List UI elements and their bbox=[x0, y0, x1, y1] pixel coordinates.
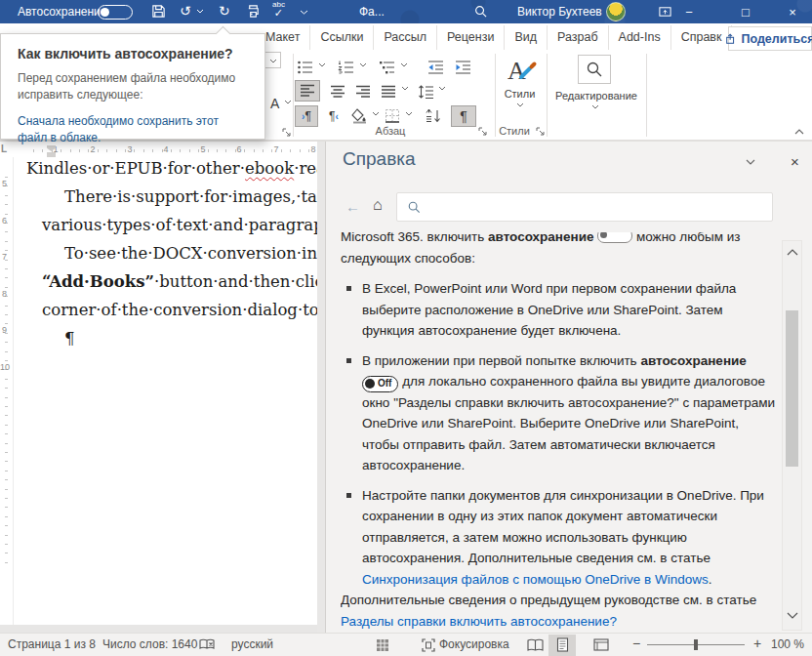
bulleted-list-icon[interactable] bbox=[297, 57, 313, 78]
multilevel-list-icon[interactable] bbox=[379, 57, 395, 78]
collapse-ribbon-icon[interactable] bbox=[794, 129, 804, 135]
minimize-button[interactable]: − bbox=[670, 0, 709, 23]
tab-developer[interactable]: Разраб bbox=[548, 25, 609, 50]
multilevel-list-dropdown-icon[interactable] bbox=[359, 62, 367, 67]
tab-review[interactable]: Рецензи bbox=[437, 25, 505, 50]
web-layout-icon[interactable] bbox=[593, 638, 609, 651]
editing-dropdown-icon[interactable] bbox=[591, 104, 599, 109]
undo-dropdown-icon[interactable] bbox=[196, 9, 204, 14]
ruler-ticks bbox=[5, 177, 8, 567]
word-count[interactable]: Число слов: 1640 bbox=[102, 637, 197, 651]
proofing-errors-icon[interactable] bbox=[199, 637, 215, 652]
paragraph-dialog-launcher-icon[interactable] bbox=[478, 127, 488, 137]
title-bar: Автосохранение ↺ ↻ abc ✓ Фа... Виктор Бу… bbox=[0, 0, 812, 23]
shading-dropdown-icon[interactable] bbox=[372, 111, 380, 116]
back-icon[interactable]: ← bbox=[345, 198, 360, 215]
bulleted-list-dropdown-icon[interactable] bbox=[318, 62, 326, 67]
focus-mode-label[interactable]: Фокусировка bbox=[439, 637, 509, 651]
borders-dropdown-icon[interactable] bbox=[405, 111, 413, 116]
redo-icon[interactable]: ↻ bbox=[219, 3, 230, 19]
styles-icon[interactable]: A bbox=[502, 54, 539, 87]
tab-references[interactable]: Ссылки bbox=[310, 25, 374, 50]
tab-view[interactable]: Вид bbox=[505, 25, 548, 50]
scrollbar-thumb[interactable] bbox=[786, 310, 798, 467]
editing-group-label[interactable]: Редактирование bbox=[547, 90, 646, 102]
print-icon[interactable] bbox=[246, 4, 261, 19]
zoom-slider-thumb[interactable] bbox=[694, 639, 698, 650]
close-button[interactable]: × bbox=[773, 0, 812, 23]
zoom-level[interactable]: 100 % bbox=[771, 637, 804, 651]
help-article[interactable]: Microsoft 365. включить автосохранение м… bbox=[341, 232, 777, 631]
save-icon[interactable] bbox=[151, 4, 166, 19]
text-effects-dropdown-icon[interactable] bbox=[284, 100, 292, 104]
scroll-up-icon[interactable] bbox=[787, 249, 798, 256]
quick-access-more-icon[interactable] bbox=[300, 10, 308, 15]
doc-line: various·types·of·text·and·paragraph·leve bbox=[42, 216, 317, 234]
save-to-cloud-link[interactable]: Сначала необходимо сохранить этот файл в… bbox=[18, 113, 248, 146]
decrease-indent-icon[interactable] bbox=[427, 57, 444, 78]
list-dropdown-icon[interactable] bbox=[400, 62, 408, 67]
document-text[interactable]: Kindles·or·EPUB·for·other·ebook·readers … bbox=[14, 157, 317, 625]
styles-button-label[interactable]: Стили bbox=[493, 88, 547, 100]
ltr-paragraph-button[interactable]: ›¶ bbox=[295, 105, 318, 127]
tab-mailings[interactable]: Рассыл bbox=[374, 25, 437, 50]
find-icon[interactable] bbox=[578, 55, 611, 84]
scroll-down-icon[interactable] bbox=[787, 612, 798, 619]
print-layout-icon[interactable] bbox=[556, 637, 569, 652]
vertical-ruler[interactable]: 5 6 7 8 9 10 bbox=[0, 157, 14, 626]
share-button[interactable]: Поделиться bbox=[728, 26, 812, 51]
page-indicator[interactable]: Страница 1 из 8 bbox=[8, 637, 96, 651]
increase-indent-icon[interactable] bbox=[455, 57, 471, 78]
focus-mode-icon[interactable] bbox=[422, 638, 435, 652]
shading-icon[interactable] bbox=[351, 105, 368, 127]
document-area[interactable]: L 1 2 3 4 5 6 7 8 5 6 7 8 9 10 Kindles·o… bbox=[0, 142, 325, 633]
search-icon[interactable] bbox=[473, 4, 488, 19]
tab-addins[interactable]: Add-Ins bbox=[609, 25, 671, 50]
tab-help[interactable]: Справк bbox=[671, 25, 733, 50]
macro-record-icon[interactable] bbox=[376, 638, 389, 652]
line-spacing-icon[interactable] bbox=[418, 81, 434, 102]
text-effects-icon[interactable]: А bbox=[270, 96, 279, 111]
align-right-button[interactable] bbox=[351, 81, 375, 102]
autosave-help-link[interactable]: Разделы справки включить автосохранение? bbox=[341, 614, 617, 629]
pane-close-icon[interactable]: × bbox=[791, 153, 799, 170]
show-formatting-marks-button[interactable]: ¶ bbox=[451, 105, 476, 127]
justify-dropdown-icon[interactable] bbox=[401, 86, 409, 91]
justify-button[interactable] bbox=[377, 81, 400, 102]
language-indicator[interactable]: русский bbox=[231, 637, 273, 651]
help-search-input[interactable] bbox=[428, 199, 772, 216]
align-center-button[interactable] bbox=[326, 81, 349, 102]
align-left-button[interactable] bbox=[295, 80, 320, 102]
avatar[interactable] bbox=[606, 2, 626, 21]
font-dialog-launcher-icon[interactable] bbox=[282, 128, 292, 138]
onedrive-sync-link[interactable]: Синхронизация файлов с помощью OneDrive … bbox=[362, 572, 709, 587]
styles-dropdown-icon[interactable] bbox=[516, 102, 524, 107]
help-intro: Microsoft 365. включить автосохранение м… bbox=[341, 232, 777, 268]
line-spacing-dropdown-icon[interactable] bbox=[438, 86, 446, 91]
autosave-off-toggle-illustration: Off bbox=[362, 376, 398, 392]
ruler-number: 7 bbox=[2, 252, 7, 262]
doc-line: “Add·Books”·button·and·then·click·“Cor bbox=[42, 272, 317, 291]
rtl-paragraph-button[interactable]: ¶‹ bbox=[322, 105, 345, 127]
tab-selector[interactable]: L bbox=[1, 144, 12, 155]
spellcheck-icon[interactable]: abc ✓ bbox=[272, 1, 285, 19]
help-search[interactable] bbox=[396, 192, 773, 222]
read-mode-icon[interactable] bbox=[527, 638, 544, 652]
help-bullet: В Excel, PowerPoint или Word при первом … bbox=[341, 278, 777, 342]
zoom-in-button[interactable]: + bbox=[753, 636, 761, 651]
status-bar: Страница 1 из 8 Число слов: 1640 русский… bbox=[0, 633, 812, 656]
zoom-out-button[interactable]: − bbox=[632, 636, 640, 651]
user-name[interactable]: Виктор Бухтеев bbox=[517, 5, 602, 19]
borders-icon[interactable] bbox=[385, 105, 401, 127]
styles-dialog-launcher-icon[interactable] bbox=[536, 127, 546, 137]
ruler-number: 9 bbox=[2, 325, 7, 335]
sort-icon[interactable] bbox=[426, 105, 442, 127]
home-icon[interactable]: ⌂ bbox=[373, 196, 383, 214]
help-bullet: Настройте папки документов для синхрониз… bbox=[341, 485, 777, 591]
maximize-button[interactable]: □ bbox=[726, 0, 765, 23]
undo-icon[interactable]: ↺ bbox=[180, 3, 191, 19]
pane-options-icon[interactable] bbox=[746, 159, 755, 165]
numbered-list-icon[interactable] bbox=[338, 57, 354, 78]
page-edge-gutter bbox=[317, 142, 325, 633]
autosave-toggle[interactable] bbox=[98, 5, 133, 20]
